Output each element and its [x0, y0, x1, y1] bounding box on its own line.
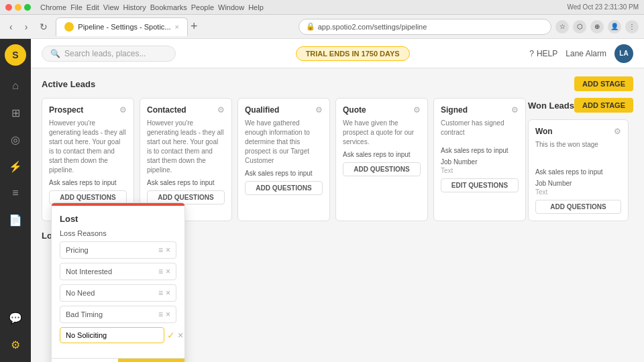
reason-row-not-interested: Not Interested ≡ × [60, 263, 176, 280]
chrome-menu-edit[interactable]: Edit [87, 3, 99, 11]
gear-icon-signed[interactable]: ⚙ [511, 105, 519, 115]
help-button[interactable]: ? HELP [529, 49, 557, 58]
reason-actions-not-interested: ≡ × [158, 267, 170, 276]
sidebar-item-chat[interactable]: 💬 [3, 306, 28, 330]
browser-tab[interactable]: Pipeline - Settings - Spotic... × [56, 17, 188, 36]
won-stage-card: Won ⚙ This is the won stage Ask sales re… [528, 119, 629, 221]
chrome-menu-history[interactable]: History [123, 3, 146, 11]
window-controls[interactable] [5, 4, 31, 11]
sidebar-item-home[interactable]: ⌂ [3, 74, 28, 98]
stage-name-contacted: Contacted [147, 105, 186, 115]
app-container: S ⌂ ⊞ ◎ ⚡ ≡ 📄 💬 ⚙ 🔍 Search leads, places… [0, 39, 644, 362]
stage-desc-signed: Customer has signed contract [441, 119, 519, 143]
drag-icon-bad-timing[interactable]: ≡ [158, 310, 163, 319]
add-stage-won-button[interactable]: ADD STAGE [574, 98, 633, 113]
won-leads-header: Won Leads ADD STAGE [528, 98, 633, 113]
stage-name-quote: Quote [343, 105, 366, 115]
gear-icon-prospect[interactable]: ⚙ [119, 105, 127, 115]
save-button[interactable]: SAVE [118, 359, 184, 362]
datetime: Wed Oct 23 2:31:30 PM [567, 3, 639, 11]
remove-reason-bad-timing[interactable]: × [166, 310, 170, 319]
chrome-menu-file[interactable]: File [70, 3, 83, 11]
stage-header-qualified: Qualified ⚙ [245, 105, 323, 115]
sidebar-item-settings[interactable]: ⚙ [3, 333, 28, 357]
reload-button[interactable]: ↻ [36, 20, 52, 34]
new-tab-button[interactable]: + [191, 19, 198, 34]
close-dot[interactable] [5, 4, 12, 11]
job-number-type-signed: Text [441, 167, 519, 174]
won-leads-area: Won Leads ADD STAGE Won ⚙ This is the wo… [528, 98, 633, 221]
reason-row-bad-timing: Bad Timing ≡ × [60, 306, 176, 323]
drag-icon-no-need[interactable]: ≡ [158, 288, 163, 298]
sidebar-item-map[interactable]: ◎ [3, 127, 28, 152]
confirm-reason-button[interactable]: ✓ [167, 330, 175, 341]
browser-bar: ‹ › ↻ Pipeline - Settings - Spotic... × … [0, 15, 644, 39]
browser-actions: ☆ ⬡ ⊕ 👤 ⋮ [555, 20, 639, 34]
remove-reason-no-need[interactable]: × [166, 288, 170, 298]
sidebar-item-chart[interactable]: ≡ [3, 181, 28, 205]
chrome-menu-chrome[interactable]: Chrome [40, 3, 66, 11]
bookmark-icon[interactable]: ☆ [555, 20, 569, 34]
reason-actions-no-need: ≡ × [158, 288, 170, 298]
gear-icon-quote[interactable]: ⚙ [413, 105, 421, 115]
app-logo[interactable]: S [5, 44, 26, 66]
reason-actions-bad-timing: ≡ × [158, 310, 170, 319]
sidebar-item-doc[interactable]: 📄 [3, 208, 28, 232]
sidebar-item-filter[interactable]: ⚡ [3, 154, 28, 178]
job-number-label-won: Job Number [535, 180, 621, 187]
search-placeholder: Search leads, places... [64, 49, 146, 58]
edit-questions-signed[interactable]: EDIT QUESTIONS [441, 178, 519, 192]
drag-icon-pricing[interactable]: ≡ [158, 245, 163, 255]
maximize-dot[interactable] [24, 4, 31, 11]
add-stage-active-button[interactable]: ADD STAGE [574, 76, 633, 91]
search-box[interactable]: 🔍 Search leads, places... [42, 46, 176, 62]
stage-header-prospect: Prospect ⚙ [49, 105, 127, 115]
add-questions-won[interactable]: ADD QUESTIONS [535, 200, 621, 214]
reason-text-pricing: Pricing [66, 246, 158, 254]
stage-card-qualified: Qualified ⚙ We have gathered enough info… [237, 98, 330, 221]
chrome-menu-help[interactable]: Help [248, 3, 264, 11]
help-label: HELP [537, 49, 557, 58]
chrome-menu-people[interactable]: People [191, 3, 214, 11]
won-stage-header: Won ⚙ [535, 127, 621, 136]
tab-favicon [64, 22, 74, 32]
stage-header-quote: Quote ⚙ [343, 105, 421, 115]
forward-button[interactable]: › [21, 20, 32, 34]
menu-icon[interactable]: ⋮ [625, 20, 639, 34]
back-button[interactable]: ‹ [5, 20, 17, 34]
remove-reason-pricing[interactable]: × [166, 245, 170, 255]
stage-header-signed: Signed ⚙ [441, 105, 519, 115]
stage-ask-prospect: Ask sales reps to input [49, 179, 127, 186]
profile-icon[interactable]: 👤 [608, 20, 621, 34]
drag-icon-not-interested[interactable]: ≡ [158, 267, 163, 276]
stage-header-contacted: Contacted ⚙ [147, 105, 225, 115]
chrome-menu-view[interactable]: View [103, 3, 119, 11]
gear-icon-contacted[interactable]: ⚙ [217, 105, 225, 115]
address-bar[interactable]: 🔒 app.spotio2.com/settings/pipeline [299, 19, 551, 35]
won-leads-title: Won Leads [528, 101, 574, 111]
tab-close[interactable]: × [175, 23, 179, 31]
stage-card-quote: Quote ⚙ We have given the prospect a quo… [335, 98, 428, 221]
modal-footer: CLOSE SAVE [52, 358, 184, 362]
gear-icon-qualified[interactable]: ⚙ [315, 105, 323, 115]
ext-icon-1[interactable]: ⬡ [573, 20, 586, 34]
remove-reason-not-interested[interactable]: × [166, 267, 170, 276]
lost-modal-content: Lost Loss Reasons Pricing ≡ × Not Intere… [52, 206, 184, 358]
new-reason-input[interactable] [60, 327, 164, 343]
active-leads-title: Active Leads [42, 79, 95, 89]
sidebar-item-grid[interactable]: ⊞ [3, 101, 28, 125]
ext-icon-2[interactable]: ⊕ [590, 20, 604, 34]
user-avatar[interactable]: LA [614, 44, 633, 63]
cancel-reason-button[interactable]: × [178, 330, 183, 341]
reason-row-pricing: Pricing ≡ × [60, 241, 176, 259]
stage-desc-quote: We have given the prospect a quote for o… [343, 119, 421, 147]
minimize-dot[interactable] [15, 4, 21, 11]
stage-desc-contacted: However you're generating leads - they a… [147, 119, 225, 175]
add-questions-qualified[interactable]: ADD QUESTIONS [245, 181, 323, 195]
chrome-menu-bookmarks[interactable]: Bookmarks [150, 3, 187, 11]
gear-icon-won[interactable]: ⚙ [614, 127, 621, 136]
add-questions-quote[interactable]: ADD QUESTIONS [343, 162, 421, 176]
chrome-menu-window[interactable]: Window [218, 3, 244, 11]
close-button[interactable]: CLOSE [52, 359, 118, 362]
won-stage-desc: This is the won stage [535, 140, 621, 164]
